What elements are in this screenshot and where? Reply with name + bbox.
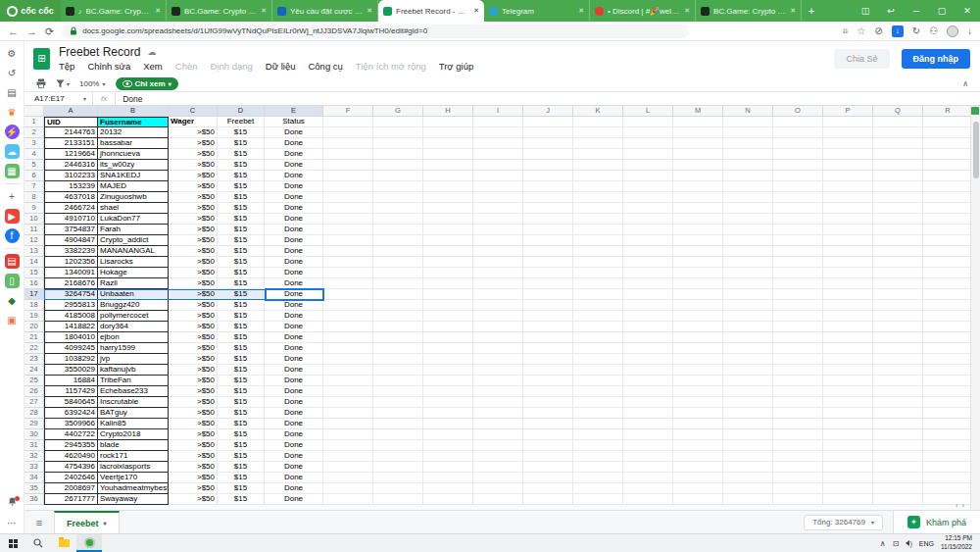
cell[interactable] — [723, 171, 773, 181]
cell-A9[interactable]: 2466724 — [44, 203, 98, 214]
cell[interactable] — [923, 419, 973, 429]
cell-C24[interactable]: >$50 — [169, 365, 218, 376]
cell[interactable] — [423, 214, 473, 225]
cell[interactable] — [873, 181, 923, 192]
cell[interactable] — [723, 408, 773, 419]
cell[interactable] — [773, 268, 823, 278]
cell[interactable] — [423, 268, 473, 278]
cell[interactable] — [623, 192, 673, 203]
cell[interactable] — [323, 214, 373, 225]
cell[interactable] — [823, 483, 873, 494]
cell[interactable] — [873, 365, 923, 376]
cell[interactable] — [573, 451, 623, 462]
cell-B29[interactable]: Kalin85 — [98, 419, 169, 429]
cell[interactable] — [673, 494, 723, 505]
cell-A31[interactable]: 2945355 — [44, 440, 98, 451]
cell[interactable] — [423, 246, 473, 257]
row-header-27[interactable]: 27 — [24, 397, 44, 408]
cell[interactable] — [823, 376, 873, 386]
cell[interactable] — [323, 225, 373, 235]
cell[interactable] — [523, 300, 573, 311]
cell[interactable] — [373, 451, 423, 462]
cell[interactable] — [873, 322, 923, 332]
tray-expand-icon[interactable]: ∧ — [880, 539, 886, 548]
filter-icon[interactable]: ▾ — [56, 79, 70, 88]
scrollbar-thumb[interactable] — [973, 122, 979, 178]
cell[interactable] — [873, 408, 923, 419]
cell[interactable] — [773, 117, 823, 127]
cell[interactable] — [573, 311, 623, 322]
cell-C23[interactable]: >$50 — [169, 354, 218, 365]
cell-E32[interactable]: Done — [265, 451, 323, 462]
cell[interactable] — [723, 203, 773, 214]
cell-D1[interactable]: Freebet — [218, 117, 265, 127]
cell[interactable] — [923, 160, 973, 171]
cell-D27[interactable]: $15 — [218, 397, 265, 408]
cell[interactable] — [323, 419, 373, 429]
cell[interactable] — [723, 246, 773, 257]
cell-E4[interactable]: Done — [265, 149, 323, 160]
cell[interactable] — [473, 332, 523, 343]
cell[interactable] — [423, 440, 473, 451]
cell-C29[interactable]: >$50 — [169, 419, 218, 429]
cell[interactable] — [623, 365, 673, 376]
reading-list-icon[interactable]: ▤ — [5, 85, 20, 100]
cell[interactable] — [673, 376, 723, 386]
cell[interactable] — [423, 322, 473, 332]
cell-E31[interactable]: Done — [265, 440, 323, 451]
cell[interactable] — [773, 289, 823, 300]
cell[interactable] — [323, 322, 373, 332]
cell-D12[interactable]: $15 — [218, 235, 265, 246]
cell-C30[interactable]: >$50 — [169, 429, 218, 440]
column-header-I[interactable]: I — [473, 106, 523, 117]
row-header-8[interactable]: 8 — [24, 192, 44, 203]
row-header-23[interactable]: 23 — [24, 354, 44, 365]
cell[interactable] — [773, 246, 823, 257]
menu-dữ-liệu[interactable]: Dữ liệu — [266, 61, 296, 72]
cell-E11[interactable]: Done — [265, 225, 323, 235]
row-header-4[interactable]: 4 — [24, 149, 44, 160]
cell[interactable] — [423, 451, 473, 462]
cell[interactable] — [373, 408, 423, 419]
cell-E35[interactable]: Done — [265, 483, 323, 494]
cell[interactable] — [723, 419, 773, 429]
cell[interactable] — [573, 429, 623, 440]
notifications-bell-icon[interactable] — [5, 496, 20, 511]
cell[interactable] — [423, 138, 473, 149]
cell-D4[interactable]: $15 — [218, 149, 265, 160]
cell[interactable] — [473, 268, 523, 278]
cell-D13[interactable]: $15 — [218, 246, 265, 257]
cell-C15[interactable]: >$50 — [169, 268, 218, 278]
cell[interactable] — [523, 365, 573, 376]
file-explorer-icon[interactable] — [51, 534, 76, 552]
cell[interactable] — [723, 473, 773, 483]
sidebar-more-icon[interactable]: ⋯ — [5, 516, 20, 530]
row-header-15[interactable]: 15 — [24, 268, 44, 278]
cell[interactable] — [473, 462, 523, 473]
cell[interactable] — [523, 429, 573, 440]
cell-E25[interactable]: Done — [265, 376, 323, 386]
cell-E30[interactable]: Done — [265, 429, 323, 440]
cell[interactable] — [673, 386, 723, 397]
url-field[interactable]: docs.google.com/spreadsheets/d/1UfG99wVy… — [62, 25, 689, 38]
messenger-icon[interactable]: ⚡ — [5, 125, 20, 139]
view-only-button[interactable]: Chỉ xem ▾ — [116, 77, 178, 90]
cell[interactable] — [923, 289, 973, 300]
cell[interactable] — [473, 181, 523, 192]
cell[interactable] — [623, 473, 673, 483]
cell[interactable] — [623, 494, 673, 505]
column-header-R[interactable]: R — [923, 106, 973, 117]
cell[interactable] — [473, 408, 523, 419]
cell-D21[interactable]: $15 — [218, 332, 265, 343]
cell[interactable] — [773, 311, 823, 322]
cell[interactable] — [873, 462, 923, 473]
cell-A14[interactable]: 1202356 — [44, 257, 98, 268]
cell-D10[interactable]: $15 — [218, 214, 265, 225]
browser-tab[interactable]: Yêu cầu đặt cược miễn p✕ — [272, 0, 378, 22]
cell-B26[interactable]: Echebase233 — [98, 386, 169, 397]
cell[interactable] — [773, 429, 823, 440]
cell[interactable] — [373, 127, 423, 138]
cell-B32[interactable]: rock171 — [98, 451, 169, 462]
cell[interactable] — [773, 354, 823, 365]
cell[interactable] — [473, 397, 523, 408]
